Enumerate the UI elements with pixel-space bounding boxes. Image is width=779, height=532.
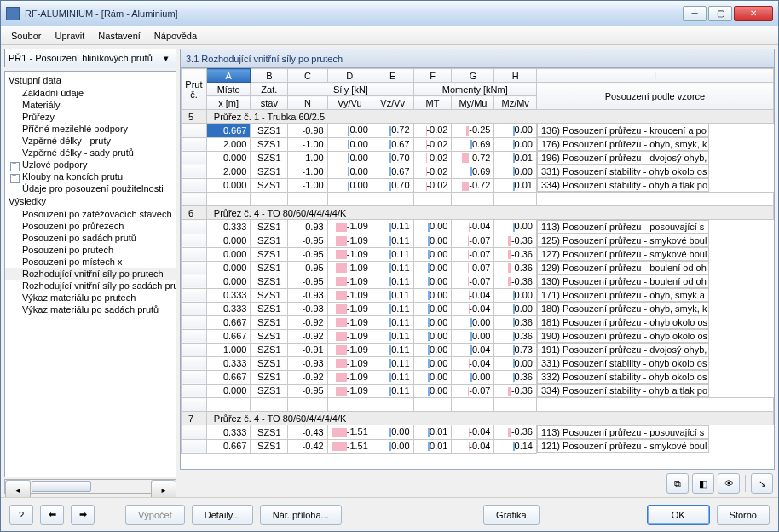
cell[interactable]: 0.000 <box>206 261 251 275</box>
tree-results-item[interactable]: Posouzení po místech x <box>5 256 176 268</box>
cell[interactable]: SZS1 <box>251 384 288 398</box>
cell[interactable] <box>372 398 413 412</box>
cell[interactable]: 0.00 <box>413 247 452 261</box>
cell[interactable]: 0.11 <box>372 234 413 247</box>
details-button[interactable]: Detaily... <box>192 505 253 525</box>
cell-desc[interactable]: 127) Posouzení průřezu - smykové boul <box>537 247 709 261</box>
cell[interactable]: 0.333 <box>206 425 251 440</box>
cell[interactable]: -0.02 <box>413 165 452 178</box>
cell[interactable]: 0.69 <box>452 137 494 151</box>
cell[interactable]: -1.00 <box>288 151 327 165</box>
calculate-button[interactable]: Výpočet <box>125 505 185 525</box>
row-header[interactable] <box>182 165 207 178</box>
cell[interactable]: -0.04 <box>452 425 494 440</box>
row-header[interactable] <box>182 370 207 384</box>
cell[interactable]: 0.00 <box>413 261 452 275</box>
cell[interactable]: 0.00 <box>494 302 537 315</box>
cell[interactable]: 0.00 <box>327 165 372 178</box>
cell[interactable]: -1.09 <box>327 247 372 261</box>
cell[interactable]: -0.04 <box>452 302 494 315</box>
cell[interactable] <box>206 193 251 206</box>
row-header[interactable] <box>182 425 207 440</box>
cell[interactable]: -0.36 <box>494 234 537 247</box>
cell[interactable] <box>288 398 327 412</box>
row-header[interactable] <box>182 193 207 206</box>
col-MzMv[interactable]: Mz/Mv <box>494 96 537 110</box>
cell[interactable]: 0.00 <box>413 234 452 247</box>
cell[interactable]: SZS1 <box>251 329 288 343</box>
row-header[interactable]: 7 <box>182 412 207 425</box>
cell[interactable]: 0.000 <box>206 234 251 247</box>
group-title[interactable]: Průřez č. 4 - TO 80/60/4/4/4/4/K <box>206 206 773 220</box>
cell[interactable] <box>494 193 537 206</box>
cell[interactable]: 0.00 <box>413 384 452 398</box>
tree-results-item[interactable]: Posouzení po sadách prutů <box>5 232 176 244</box>
cell-desc[interactable]: 171) Posouzení průřezu - ohyb, smyk a <box>537 288 709 302</box>
cell-desc[interactable]: 334) Posouzení stability - ohyb a tlak p… <box>537 178 709 192</box>
cell[interactable] <box>494 398 537 412</box>
cell[interactable] <box>536 398 773 412</box>
row-header[interactable] <box>182 398 207 412</box>
col-momenty[interactable]: Momenty [kNm] <box>413 83 536 96</box>
col-x[interactable]: x [m] <box>206 96 251 110</box>
cell[interactable]: 0.333 <box>206 302 251 315</box>
cell[interactable]: -1.09 <box>327 329 372 343</box>
col-MT[interactable]: MT <box>413 96 452 110</box>
cell[interactable]: -1.00 <box>288 178 327 193</box>
cell[interactable]: -0.25 <box>452 124 494 138</box>
cell[interactable]: -0.98 <box>288 124 327 138</box>
cell[interactable]: -0.93 <box>288 288 327 302</box>
cell[interactable]: 0.11 <box>372 288 413 302</box>
cell[interactable]: 0.70 <box>372 151 413 165</box>
tree-hscrollbar[interactable]: ◄ ► <box>4 479 176 494</box>
pick-icon[interactable]: ↘ <box>751 473 773 494</box>
cell[interactable]: SZS1 <box>251 288 288 302</box>
col-letter[interactable]: D <box>327 69 372 83</box>
cell[interactable]: -0.95 <box>288 261 327 275</box>
cell-desc[interactable]: 180) Posouzení průřezu - ohyb, smyk, k <box>537 302 709 315</box>
cell[interactable]: -1.09 <box>327 370 372 384</box>
cell[interactable] <box>327 398 372 412</box>
cell[interactable] <box>452 193 494 206</box>
row-header[interactable] <box>182 151 207 165</box>
col-N[interactable]: N <box>288 96 327 110</box>
cell[interactable]: -1.51 <box>327 439 372 453</box>
tree-input-item[interactable]: Uzlové podpory <box>5 159 176 171</box>
cell[interactable]: -0.95 <box>288 275 327 288</box>
cell[interactable]: 0.333 <box>206 220 251 234</box>
tree-input-item[interactable]: Údaje pro posouzení použitelnosti <box>5 182 176 194</box>
cell[interactable]: 0.00 <box>413 302 452 315</box>
tree-results-item[interactable]: Výkaz materiálu po sadách prutů <box>5 304 176 315</box>
cell[interactable]: 0.00 <box>413 220 452 234</box>
cell[interactable]: 0.36 <box>494 329 537 343</box>
cell[interactable]: -0.36 <box>494 384 537 398</box>
cell[interactable]: 0.00 <box>494 124 537 138</box>
cell[interactable]: SZS1 <box>251 151 288 165</box>
col-letter[interactable]: A <box>206 69 251 83</box>
cell[interactable]: -0.72 <box>452 178 494 193</box>
eye-icon[interactable]: 👁 <box>718 473 740 494</box>
tree-input-item[interactable]: Klouby na koncích prutu <box>5 171 176 182</box>
cancel-button[interactable]: Storno <box>717 505 770 525</box>
cell[interactable]: 0.11 <box>372 247 413 261</box>
tree-input-item[interactable]: Průřezy <box>5 111 176 123</box>
row-header[interactable] <box>182 302 207 315</box>
cell[interactable]: 0.01 <box>413 439 452 453</box>
cell-desc[interactable]: 136) Posouzení průřezu - kroucení a po <box>537 124 709 137</box>
cell[interactable]: -0.93 <box>288 220 327 234</box>
cell[interactable] <box>536 193 773 206</box>
cell[interactable]: 0.00 <box>494 137 537 151</box>
cell[interactable]: 0.11 <box>372 261 413 275</box>
cell[interactable]: SZS1 <box>251 247 288 261</box>
cell[interactable]: -1.09 <box>327 343 372 356</box>
cell[interactable]: 0.01 <box>494 151 537 165</box>
tree-results-item[interactable]: Rozhodující vnitřní síly po sadách prutů <box>5 280 176 292</box>
cell[interactable]: 0.000 <box>206 275 251 288</box>
row-header[interactable] <box>182 288 207 302</box>
row-header[interactable] <box>182 356 207 370</box>
ok-button[interactable]: OK <box>647 505 710 525</box>
cell[interactable]: 0.333 <box>206 356 251 370</box>
tree-results-item[interactable]: Posouzení po průřezech <box>5 220 176 232</box>
row-header[interactable] <box>182 315 207 329</box>
cell[interactable]: -0.07 <box>452 247 494 261</box>
